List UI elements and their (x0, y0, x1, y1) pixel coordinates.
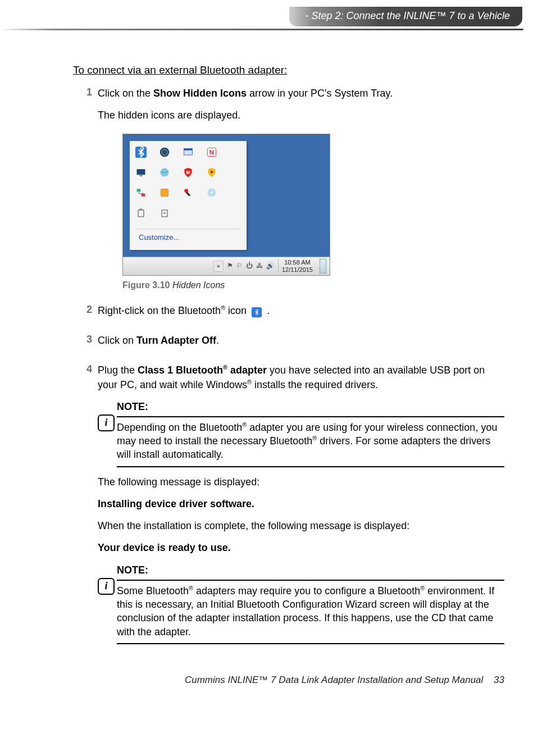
reg-mark: ® (312, 435, 317, 441)
reg-mark: ® (223, 364, 227, 371)
note-text: Some Bluetooth® adapters may require you… (117, 584, 504, 639)
svg-point-1 (160, 148, 170, 157)
note-title: NOTE: (117, 563, 504, 577)
step-number: 2 (73, 304, 98, 326)
clock-date: 12/11/2015 (282, 266, 313, 273)
shield-y-icon[interactable] (206, 167, 217, 178)
taskbar-clock[interactable]: 10:58 AM 12/11/2015 (278, 259, 316, 272)
section-title: To connect via an external Bluetooth ada… (73, 64, 504, 76)
bold-text: Installing device driver software. (98, 497, 504, 511)
text: adapters may require you to configure a … (193, 585, 420, 596)
tray-desktop-area: N M (123, 134, 330, 256)
bluetooth-icon (252, 307, 262, 317)
note-text: Depending on the Bluetooth® adapter you … (117, 421, 504, 462)
text: . (216, 335, 219, 346)
text: icon (225, 305, 249, 316)
text: Right-click on the Bluetooth (98, 305, 221, 316)
svg-rect-20 (140, 209, 143, 211)
text: arrow in your PC's System Tray. (247, 88, 393, 99)
step-3: 3 Click on Turn Adapter Off. (73, 334, 504, 356)
text: The following message is displayed: (98, 475, 504, 489)
taskbar: « ⚑ ⚐ ⏻ 🖧 🔊 10:58 AM 12/11/2015 (123, 257, 330, 275)
network-icon[interactable] (135, 187, 147, 198)
step-2: 2 Right-click on the Bluetooth® icon . (73, 304, 504, 326)
action-center-icon[interactable]: ⚑ (227, 261, 233, 271)
battery-icon[interactable] (135, 207, 147, 218)
bold-text: Turn Adapter Off (136, 335, 216, 346)
bold-text: Class 1 Bluetooth (138, 365, 223, 376)
step-1: 1 Click on the Show Hidden Icons arrow i… (73, 86, 504, 296)
step-list: 1 Click on the Show Hidden Icons arrow i… (73, 86, 504, 652)
text: installs the required drivers. (252, 379, 378, 390)
window-icon[interactable] (183, 147, 194, 158)
svg-text:M: M (186, 170, 190, 175)
info-icon: i (98, 578, 115, 595)
step-body: Plug the Class 1 Bluetooth® adapter you … (98, 363, 504, 652)
step-4: 4 Plug the Class 1 Bluetooth® adapter yo… (73, 363, 504, 652)
text: Plug the (98, 365, 138, 376)
page-content: To connect via an external Bluetooth ada… (73, 64, 504, 652)
info-icon: i (98, 415, 115, 431)
svg-rect-14 (161, 189, 168, 197)
note-block: i NOTE: Depending on the Bluetooth® adap… (98, 400, 504, 467)
svg-point-11 (211, 171, 213, 174)
step-body: Click on the Show Hidden Icons arrow in … (98, 86, 504, 296)
tool-icon[interactable] (183, 187, 194, 198)
text: The hidden icons are displayed. (98, 108, 504, 122)
display-icon[interactable] (135, 167, 147, 178)
bold-text: Your device is ready to use. (98, 541, 504, 555)
taskbar-icons: ⚑ ⚐ ⏻ 🖧 🔊 (227, 261, 275, 271)
show-desktop-button[interactable] (320, 259, 326, 274)
reg-mark: ® (221, 304, 225, 311)
svg-rect-19 (138, 210, 144, 217)
text: When the installation is complete, the f… (98, 519, 504, 533)
figure-hidden-icons: N M (122, 134, 504, 292)
step-number: 4 (73, 363, 98, 652)
tray-window: N M (122, 134, 330, 275)
step-number: 3 (73, 334, 98, 356)
figure-label: Figure 3.10 (122, 280, 170, 290)
globe-dark-icon[interactable] (159, 147, 170, 158)
bluetooth-icon[interactable] (135, 147, 147, 158)
breadcrumb: - Step 2: Connect the INLINE™ 7 to a Veh… (289, 7, 522, 26)
hidden-icons-panel: N M (130, 141, 247, 249)
header-bar: - Step 2: Connect the INLINE™ 7 to a Veh… (0, 7, 522, 26)
svg-rect-4 (184, 149, 193, 151)
network-tray-icon[interactable]: 🖧 (256, 261, 263, 271)
shield-m-icon[interactable]: M (183, 167, 194, 178)
header-rule (0, 29, 523, 30)
globe-icon[interactable] (159, 167, 170, 178)
eject-icon[interactable] (159, 207, 170, 218)
text: Some Bluetooth (117, 585, 189, 596)
flag-icon[interactable]: ⚐ (236, 261, 243, 271)
customize-link[interactable]: Customize... (135, 229, 241, 247)
reg-mark: ® (189, 585, 193, 591)
letter-n-icon[interactable]: N (206, 147, 217, 158)
svg-rect-12 (137, 189, 141, 192)
note-title: NOTE: (117, 400, 504, 414)
text: . (267, 305, 270, 316)
svg-text:N: N (209, 149, 214, 156)
text: Click on the (98, 88, 153, 99)
figure-caption-text: Hidden Icons (172, 280, 225, 290)
step-body: Click on Turn Adapter Off. (98, 334, 504, 356)
svg-rect-8 (140, 175, 143, 176)
footer-title: Cummins INLINE™ 7 Data Link Adapter Inst… (185, 675, 483, 685)
bold-text: adapter (227, 365, 267, 376)
bold-text: Show Hidden Icons (153, 88, 247, 99)
svg-point-18 (211, 192, 212, 194)
reg-mark: ® (242, 421, 247, 428)
box-o-icon[interactable] (159, 187, 170, 198)
svg-rect-16 (186, 192, 190, 197)
svg-rect-7 (137, 170, 145, 175)
clock-time: 10:58 AM (282, 259, 313, 266)
reg-mark: ® (247, 379, 252, 385)
note-block: i NOTE: Some Bluetooth® adapters may req… (98, 563, 504, 644)
step-number: 1 (73, 86, 98, 296)
show-hidden-icons-button[interactable]: « (213, 261, 224, 272)
page-footer: Cummins INLINE™ 7 Data Link Adapter Inst… (0, 675, 504, 686)
icon-grid: N M (135, 147, 241, 223)
disc-icon[interactable] (206, 187, 217, 198)
power-icon[interactable]: ⏻ (246, 261, 253, 271)
volume-icon[interactable]: 🔊 (266, 261, 275, 271)
